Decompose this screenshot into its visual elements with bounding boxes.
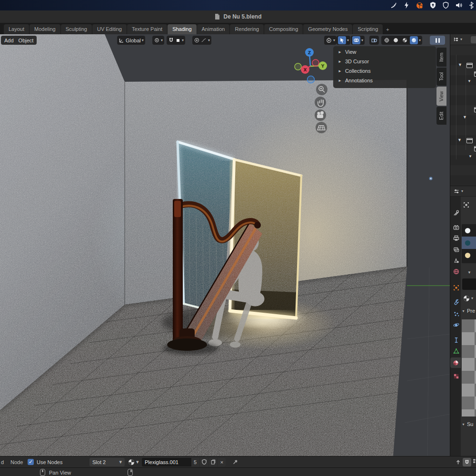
fake-user-button[interactable] <box>200 458 208 466</box>
tab-output-properties[interactable] <box>451 233 461 243</box>
unlink-material-button[interactable]: × <box>218 458 226 466</box>
pin-icon[interactable] <box>232 459 238 466</box>
users-count-button[interactable]: 5 <box>191 458 199 466</box>
tab-object-properties[interactable] <box>451 282 461 293</box>
collection-icon[interactable] <box>466 138 473 143</box>
expand-triangle-icon[interactable]: ▼ <box>468 154 472 159</box>
pivot-point-dropdown[interactable]: ▾ <box>152 36 164 45</box>
camera-view-button[interactable] <box>315 109 326 121</box>
tab-rendering[interactable]: Rendering <box>230 24 264 34</box>
material-slot-1-selected[interactable] <box>462 237 476 249</box>
active-object-breadcrumb[interactable] <box>463 201 470 208</box>
material-slot-2[interactable] <box>462 249 476 261</box>
add-workspace-button[interactable]: + <box>383 25 392 34</box>
object-menu[interactable]: Object <box>17 36 36 44</box>
sidebar-tab-item[interactable]: Item <box>436 48 446 67</box>
perspective-grid-button[interactable] <box>316 122 327 133</box>
axis-minus-y[interactable] <box>295 63 301 70</box>
expand-triangle-icon[interactable]: ▼ <box>463 115 467 119</box>
browse-material-dropdown[interactable]: ▾ <box>463 295 473 302</box>
zoom-view-button[interactable] <box>316 84 327 95</box>
use-nodes-toggle[interactable]: ✓ Use Nodes <box>28 459 62 465</box>
tab-constraint-properties[interactable] <box>451 335 461 345</box>
node-menu[interactable]: Node <box>10 459 23 465</box>
tab-render-properties[interactable] <box>451 222 461 232</box>
pan-view-button[interactable] <box>315 97 326 108</box>
axis-minus-x[interactable] <box>312 60 319 66</box>
outliner-tree-icon[interactable] <box>453 36 459 43</box>
axis-minus-z[interactable] <box>307 76 315 83</box>
tab-physics-properties[interactable] <box>451 319 461 330</box>
tab-world-properties[interactable] <box>451 266 461 277</box>
add-menu[interactable]: Add <box>2 36 16 44</box>
tab-scripting[interactable]: Scripting <box>353 24 383 34</box>
rendered-shading-button[interactable] <box>410 36 418 44</box>
tab-uv-editing[interactable]: UV Editing <box>92 24 127 34</box>
outliner-body[interactable]: ▼ ▼ ▼ ▼ ▼ <box>450 45 476 186</box>
clipped-menu-label[interactable]: d <box>1 459 4 465</box>
panel-view[interactable]: ►View <box>333 47 436 57</box>
filter-icon[interactable] <box>471 36 476 43</box>
volume-icon[interactable] <box>455 1 463 9</box>
tab-texture-paint[interactable]: Texture Paint <box>127 24 167 34</box>
render-preview[interactable]: Z Y X <box>0 34 450 456</box>
bluetooth-icon[interactable] <box>468 1 474 9</box>
security-shield-icon[interactable] <box>429 1 436 9</box>
properties-editor[interactable]: ▾ <box>450 186 476 456</box>
show-gizmos-toggle[interactable] <box>338 36 346 44</box>
new-material-button[interactable] <box>209 458 217 466</box>
tab-compositing[interactable]: Compositing <box>264 24 303 34</box>
proportional-edit-icon[interactable] <box>194 37 200 43</box>
collection-icon[interactable] <box>474 71 476 77</box>
tab-object-data-properties[interactable] <box>451 346 461 356</box>
signal-waves-icon[interactable] <box>390 1 397 9</box>
show-overlays-toggle[interactable] <box>352 36 360 44</box>
tab-modifier-properties[interactable] <box>451 297 461 307</box>
transform-orientation-dropdown[interactable]: Global ▾ <box>117 36 145 45</box>
material-name-field-clipped[interactable] <box>462 278 476 290</box>
slot-dropdown[interactable]: Slot 2 ▾ <box>89 458 125 466</box>
expand-triangle-icon[interactable]: ▼ <box>467 79 471 83</box>
visibility-dropdown[interactable]: ▾ <box>324 36 337 45</box>
pause-render-button[interactable] <box>430 36 445 45</box>
snap-target-icon[interactable] <box>175 38 181 43</box>
tab-view-layer-properties[interactable] <box>451 244 461 255</box>
panel-annotations[interactable]: ►Annotations <box>333 76 436 85</box>
properties-editor-icon[interactable] <box>453 188 460 195</box>
shield-outline-icon[interactable] <box>442 1 449 9</box>
material-preview-shading-button[interactable] <box>401 36 409 44</box>
xray-toggle[interactable] <box>369 36 379 45</box>
record-badge-icon[interactable] <box>416 1 424 10</box>
tab-particle-properties[interactable] <box>451 308 461 319</box>
solid-shading-button[interactable] <box>392 36 400 44</box>
snap-target-dropdown[interactable] <box>472 458 476 464</box>
object-icon[interactable] <box>474 107 476 112</box>
snap-toggle-active[interactable] <box>463 458 471 466</box>
tab-modeling[interactable]: Modeling <box>30 24 60 34</box>
3d-viewport[interactable]: Z Y X Add Object <box>0 34 450 456</box>
material-slot-0[interactable] <box>462 224 476 237</box>
wireframe-shading-button[interactable] <box>383 36 391 44</box>
tab-sculpting[interactable]: Sculpting <box>61 24 92 34</box>
preview-panel-header[interactable]: ▼ Pre <box>462 308 475 314</box>
outliner[interactable]: ▾ ▼ ▼ ▼ ▼ ▼ <box>450 34 476 186</box>
battery-bolt-icon[interactable] <box>403 1 410 9</box>
expand-triangle-icon[interactable]: ▼ <box>457 138 462 142</box>
tab-animation[interactable]: Animation <box>197 24 230 34</box>
magnet-icon[interactable] <box>168 37 174 43</box>
tab-scene-properties[interactable] <box>451 255 461 266</box>
panel-3d-cursor[interactable]: ►3D Cursor <box>333 57 436 66</box>
go-to-parent-icon[interactable] <box>455 458 462 466</box>
tab-material-properties[interactable] <box>450 357 461 368</box>
tab-texture-properties[interactable] <box>451 371 461 381</box>
object-icon[interactable] <box>474 146 476 151</box>
sidebar-tab-view[interactable]: View <box>436 87 446 106</box>
slot-specials-icon[interactable]: ▼ <box>467 270 471 275</box>
sidebar-tab-tool[interactable]: Tool <box>436 68 446 86</box>
object-origin-dot[interactable] <box>429 177 433 180</box>
falloff-curve-icon[interactable] <box>201 37 207 43</box>
tab-geometry-nodes[interactable]: Geometry Nodes <box>303 24 352 34</box>
tab-shading[interactable]: Shading <box>168 24 196 34</box>
sidebar-tab-edit[interactable]: Edit <box>436 107 446 125</box>
browse-material-menu[interactable]: ▾ <box>128 458 139 466</box>
